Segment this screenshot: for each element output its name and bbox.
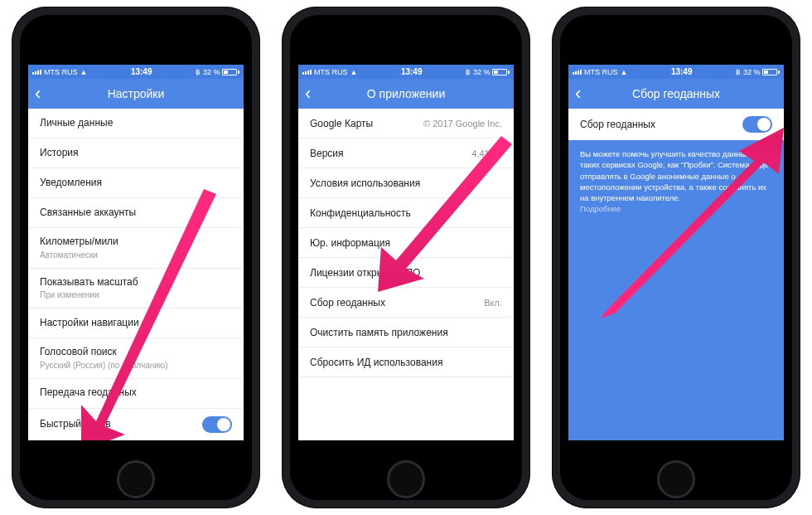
geodata-description: Вы можете помочь улучшить качество данны… — [568, 140, 784, 221]
row-units[interactable]: Километры/милиАвтоматически — [28, 228, 244, 269]
bluetooth-icon: ฿ — [466, 68, 471, 76]
home-button[interactable] — [657, 460, 695, 498]
screen: MTS RUS ▲ 13:49 ฿ 32 % ‹ О приложении Go… — [298, 65, 514, 440]
battery-icon — [492, 69, 510, 75]
screen: MTS RUS ▲ 13:49 ฿ 32 % ‹ Настройки Личны… — [28, 65, 244, 440]
row-voice[interactable]: Голосовой поискРусский (Россия) (по умол… — [28, 338, 244, 379]
row-privacy[interactable]: Конфиденциальность — [298, 198, 514, 228]
navigation-bar: ‹ О приложении — [298, 79, 514, 109]
home-button[interactable] — [117, 460, 155, 498]
phone-3: MTS RUS ▲ 13:49 ฿ 32 % ‹ Сбор геоданных … — [552, 7, 800, 508]
row-clear-cache[interactable]: Очистить память приложения — [298, 318, 514, 347]
row-linked-accounts[interactable]: Связанные аккаунты — [28, 198, 244, 228]
wifi-icon: ▲ — [80, 68, 88, 76]
row-legal[interactable]: Юр. информация — [298, 228, 514, 258]
row-geodata[interactable]: Сбор геоданныхВкл. — [298, 288, 514, 318]
row-location-sharing[interactable]: Передача геоданных — [28, 379, 244, 409]
back-icon[interactable]: ‹ — [575, 85, 581, 103]
wifi-icon: ▲ — [621, 68, 628, 76]
geodata-panel: Сбор геоданных — [568, 109, 784, 140]
carrier-label: MTS RUS — [314, 68, 348, 76]
row-appname: Google Карты© 2017 Google Inc. — [298, 109, 514, 138]
carrier-label: MTS RUS — [44, 68, 78, 76]
signal-icon — [32, 70, 41, 75]
battery-text: 32 % — [203, 68, 220, 76]
settings-list: Личные данные История Уведомления Связан… — [28, 109, 244, 440]
row-reset-id[interactable]: Сбросить ИД использования — [298, 347, 514, 377]
clock-label: 13:49 — [401, 67, 423, 76]
signal-icon — [302, 70, 312, 75]
status-bar: MTS RUS ▲ 13:49 ฿ 32 % — [28, 65, 244, 79]
row-shake-feedback[interactable]: Быстрый отзыв — [28, 409, 244, 440]
back-icon[interactable]: ‹ — [305, 85, 311, 103]
bezel: MTS RUS ▲ 13:49 ฿ 32 % ‹ Сбор геоданных … — [560, 15, 792, 500]
battery-icon — [222, 69, 239, 75]
page-title: Сбор геоданных — [568, 87, 784, 100]
battery-icon — [762, 69, 780, 75]
phone-1: MTS RUS ▲ 13:49 ฿ 32 % ‹ Настройки Личны… — [12, 7, 260, 508]
row-nav-settings[interactable]: Настройки навигации — [28, 309, 244, 338]
about-list: Google Карты© 2017 Google Inc. Версия4.4… — [298, 109, 514, 440]
status-bar: MTS RUS ▲ 13:49 ฿ 32 % — [298, 65, 514, 79]
toggle-switch[interactable] — [742, 116, 772, 133]
page-title: О приложении — [298, 87, 514, 100]
page-title: Настройки — [28, 87, 244, 100]
status-bar: MTS RUS ▲ 13:49 ฿ 32 % — [568, 65, 784, 79]
row-notifications[interactable]: Уведомления — [28, 168, 244, 198]
clock-label: 13:49 — [671, 67, 693, 76]
carrier-label: MTS RUS — [584, 68, 618, 76]
signal-icon — [573, 70, 582, 75]
row-tos[interactable]: Условия использования — [298, 168, 514, 198]
bluetooth-icon: ฿ — [196, 68, 201, 76]
learn-more-link[interactable]: Подробнее — [580, 203, 772, 214]
toggle-switch[interactable] — [202, 416, 232, 433]
phone-2: MTS RUS ▲ 13:49 ฿ 32 % ‹ О приложении Go… — [282, 7, 530, 508]
wifi-icon: ▲ — [350, 68, 358, 76]
bezel: MTS RUS ▲ 13:49 ฿ 32 % ‹ О приложении Go… — [290, 15, 522, 500]
row-geodata-toggle[interactable]: Сбор геоданных — [568, 109, 784, 140]
navigation-bar: ‹ Настройки — [28, 79, 244, 109]
bezel: MTS RUS ▲ 13:49 ฿ 32 % ‹ Настройки Личны… — [20, 15, 252, 500]
clock-label: 13:49 — [131, 67, 152, 76]
row-personal[interactable]: Личные данные — [28, 109, 244, 138]
row-history[interactable]: История — [28, 138, 244, 168]
home-button[interactable] — [387, 460, 425, 498]
battery-text: 32 % — [743, 68, 761, 76]
row-oss[interactable]: Лицензии открытого ПО — [298, 258, 514, 288]
battery-text: 32 % — [473, 68, 491, 76]
row-version: Версия4.41.10 — [298, 138, 514, 168]
back-icon[interactable]: ‹ — [35, 85, 41, 103]
row-scale[interactable]: Показывать масштабПри изменении — [28, 269, 244, 309]
description-text: Вы можете помочь улучшить качество данны… — [580, 148, 772, 203]
navigation-bar: ‹ Сбор геоданных — [568, 79, 784, 109]
bluetooth-icon: ฿ — [736, 68, 741, 76]
screen: MTS RUS ▲ 13:49 ฿ 32 % ‹ Сбор геоданных … — [568, 65, 784, 440]
